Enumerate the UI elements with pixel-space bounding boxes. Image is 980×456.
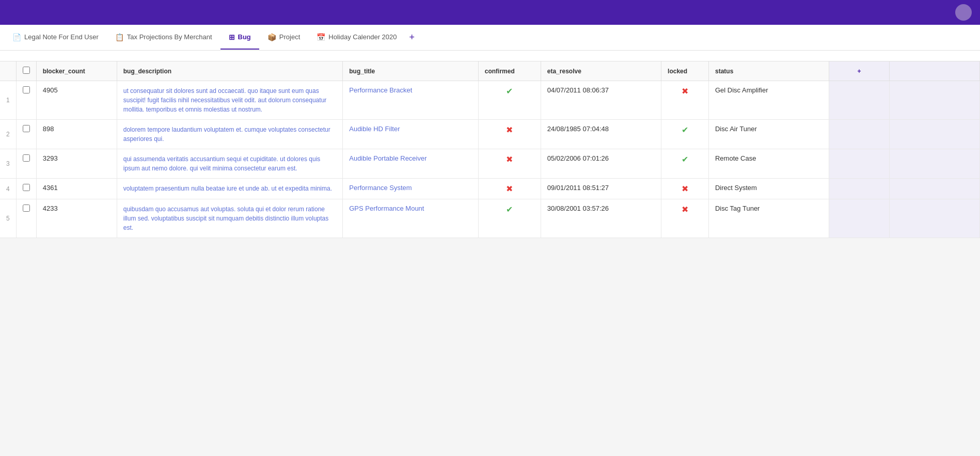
col-add[interactable]: + [829,61,890,81]
row-description-1: ut consequatur sit dolores sunt ad occae… [117,81,342,120]
bug-table: blocker_count bug_description bug_title … [0,61,980,238]
row-checkbox-1[interactable] [16,81,36,120]
col-eta-resolve: eta_resolve [541,61,661,81]
header-actions [937,4,972,21]
row-bug-title-4: Performance System [343,179,478,199]
row-status-5: Disc Tag Tuner [708,199,829,238]
row-checkbox-3[interactable] [16,149,36,179]
row-extra-col-3 [889,149,979,179]
table-options-button[interactable] [41,54,50,58]
row-checkbox-2[interactable] [16,120,36,149]
tab-holiday-label: Holiday Calender 2020 [328,33,397,41]
row-description-4: voluptatem praesentium nulla beatae iure… [117,179,342,199]
row-status-3: Remote Case [708,149,829,179]
col-status: status [708,61,829,81]
table-container: blocker_count bug_description bug_title … [0,61,980,238]
tab-legal-label: Legal Note For End User [24,33,99,41]
row-locked-3: ✔ [661,149,709,179]
row-blocker-count-1: 4905 [36,81,117,120]
row-bug-title-3: Audible Portable Receiver [343,149,478,179]
row-confirmed-2: ✖ [478,120,541,149]
row-add-col-1 [829,81,890,120]
row-eta-resolve-1: 04/07/2011 08:06:37 [541,81,661,120]
col-row-num [0,61,16,81]
row-locked-5: ✖ [661,199,709,238]
locked-check-icon: ✔ [682,125,688,134]
tax-icon: 📋 [115,33,124,41]
row-locked-2: ✔ [661,120,709,149]
row-number-1: 1 [0,81,16,120]
col-bug-title: bug_title [343,61,478,81]
add-tab-button[interactable]: + [405,25,419,50]
row-add-col-3 [829,149,890,179]
row-checkbox-4[interactable] [16,179,36,199]
row-extra-col-5 [889,199,979,238]
tab-bug-label: Bug [238,33,251,41]
row-blocker-count-4: 4361 [36,179,117,199]
locked-cross-icon: ✖ [682,87,688,96]
avatar[interactable] [955,4,972,21]
select-all-checkbox[interactable] [23,67,30,74]
row-confirmed-1: ✔ [478,81,541,120]
row-confirmed-3: ✖ [478,149,541,179]
tab-tax-label: Tax Projections By Merchant [127,33,212,41]
new-row-button[interactable] [8,54,17,58]
row-description-3: qui assumenda veritatis accusantium sequ… [117,149,342,179]
row-number-3: 3 [0,149,16,179]
tab-tax[interactable]: 📋 Tax Projections By Merchant [107,26,220,50]
table-row: 3 3293 qui assumenda veritatis accusanti… [0,149,980,179]
tabs-bar: 📄 Legal Note For End User 📋 Tax Projecti… [0,25,980,51]
table-row: 4 4361 voluptatem praesentium nulla beat… [0,179,980,199]
row-number-4: 4 [0,179,16,199]
confirmed-cross-icon: ✖ [506,125,513,134]
col-bug-description: bug_description [117,61,342,81]
row-status-4: Direct System [708,179,829,199]
tab-project[interactable]: 📦 Project [259,26,308,50]
row-checkbox-5[interactable] [16,199,36,238]
row-bug-title-1: Performance Bracket [343,81,478,120]
row-extra-col-4 [889,179,979,199]
confirmed-cross-icon: ✖ [506,155,513,164]
header [0,0,980,25]
row-blocker-count-5: 4233 [36,199,117,238]
holiday-icon: 📅 [317,33,325,41]
col-checkbox [16,61,36,81]
row-eta-resolve-3: 05/02/2006 07:01:26 [541,149,661,179]
row-bug-title-2: Audible HD Filter [343,120,478,149]
col-extra [889,61,979,81]
project-icon: 📦 [267,33,276,41]
row-status-1: Gel Disc Amplifier [708,81,829,120]
row-add-col-5 [829,199,890,238]
row-confirmed-4: ✖ [478,179,541,199]
row-description-2: dolorem tempore laudantium voluptatem et… [117,120,342,149]
tab-holiday[interactable]: 📅 Holiday Calender 2020 [308,26,405,50]
table-header-row: blocker_count bug_description bug_title … [0,61,980,81]
row-blocker-count-2: 898 [36,120,117,149]
row-locked-4: ✖ [661,179,709,199]
toolbar [0,51,980,61]
tab-legal[interactable]: 📄 Legal Note For End User [4,26,107,50]
table-row: 2 898 dolorem tempore laudantium volupta… [0,120,980,149]
row-confirmed-5: ✔ [478,199,541,238]
row-number-2: 2 [0,120,16,149]
table-row: 5 4233 quibusdam quo accusamus aut volup… [0,199,980,238]
row-extra-col-2 [889,120,979,149]
row-description-5: quibusdam quo accusamus aut voluptas. so… [117,199,342,238]
row-extra-col-1 [889,81,979,120]
row-eta-resolve-2: 24/08/1985 07:04:48 [541,120,661,149]
legal-icon: 📄 [12,33,21,41]
row-number-5: 5 [0,199,16,238]
confirmed-check-icon: ✔ [506,205,513,214]
table-permissions-button[interactable] [25,54,33,58]
confirmed-cross-icon: ✖ [506,184,513,193]
table-row: 1 4905 ut consequatur sit dolores sunt a… [0,81,980,120]
row-eta-resolve-4: 09/01/2011 08:51:27 [541,179,661,199]
col-locked: locked [661,61,709,81]
locked-check-icon: ✔ [682,155,688,164]
tab-bug[interactable]: ⊞ Bug [220,26,259,50]
col-confirmed: confirmed [478,61,541,81]
row-bug-title-5: GPS Performance Mount [343,199,478,238]
confirmed-check-icon: ✔ [506,87,513,96]
row-eta-resolve-5: 30/08/2001 03:57:26 [541,199,661,238]
locked-cross-icon: ✖ [682,184,688,193]
